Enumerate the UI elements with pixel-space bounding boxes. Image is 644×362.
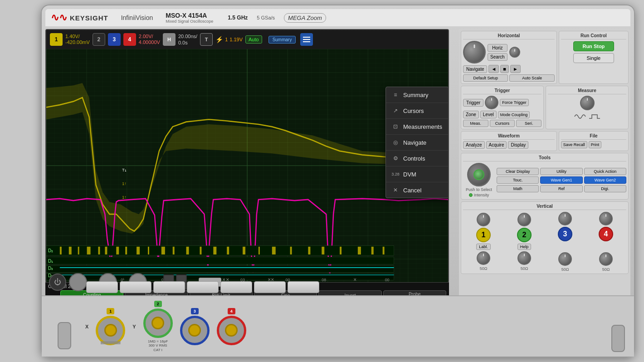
print-button[interactable]: Print (589, 141, 602, 148)
menu-item-summary-label: Summary (403, 92, 429, 98)
horizontal-time-knob[interactable] (463, 41, 486, 64)
ch2-resistance: 50Ω (521, 266, 528, 271)
zone-button[interactable]: Zone (463, 111, 479, 118)
help-button[interactable]: Help (517, 244, 532, 250)
menu-icon-btn[interactable] (300, 33, 313, 46)
meas-button[interactable]: Meas. (463, 120, 488, 127)
menu-item-navigate[interactable]: ◎ Navigate (386, 135, 449, 151)
ch3-bnc-inner (188, 324, 201, 337)
ch4-badge[interactable]: 4 (123, 33, 136, 46)
math-button[interactable]: Math (497, 185, 539, 192)
ch4-num-badge[interactable]: 4 (599, 227, 613, 241)
softkey-4[interactable] (187, 281, 219, 293)
horizontal-controls: Horiz Search (463, 41, 555, 64)
horiz-button[interactable]: Horiz (488, 44, 507, 52)
power-button[interactable]: ⏻ (49, 274, 66, 291)
utility-button[interactable]: Utility (540, 168, 582, 175)
bnc-small-1[interactable] (69, 273, 87, 291)
navigate-button[interactable]: Navigate (463, 65, 487, 73)
summary-button[interactable]: Summary (268, 36, 296, 44)
ch4-scale-knob[interactable] (599, 212, 613, 225)
softkey-3[interactable] (153, 281, 185, 293)
summary-btn-label[interactable]: Summary (268, 36, 296, 44)
ch-t-badge[interactable]: T (200, 33, 213, 46)
softkey-7[interactable] (288, 281, 319, 293)
ch2-num-badge[interactable]: 2 (517, 228, 532, 242)
push-to-select-label: Push to Select (466, 187, 492, 192)
select-knob[interactable] (467, 163, 491, 186)
quick-action-button[interactable]: Quick Action (584, 168, 626, 175)
nav-left-button[interactable]: ◄ (488, 65, 499, 73)
trigger-button[interactable]: Trigger (463, 99, 483, 107)
ch3-badge[interactable]: 3 (108, 33, 121, 46)
measure-section: Measure (546, 86, 629, 129)
ch1-badge[interactable]: 1 (50, 33, 63, 46)
wave-gen2-button[interactable]: Wave Gen2 (584, 176, 626, 184)
ch1-pos-knob[interactable] (477, 251, 490, 265)
acquire-button[interactable]: Acquire (486, 141, 507, 149)
menu-item-summary[interactable]: ≡ Summary (386, 87, 449, 103)
search-button[interactable]: Search (488, 53, 507, 61)
force-trigger-button[interactable]: Force Trigger (500, 99, 529, 106)
ch1-num-badge[interactable]: 1 (476, 228, 491, 242)
auto-scale-button[interactable]: Auto Scale (509, 74, 554, 82)
menu-item-measurements[interactable]: ⊡ Measurements (386, 119, 449, 135)
ch4-pos-knob[interactable] (599, 252, 613, 266)
default-setup-button[interactable]: Default Setup (463, 74, 508, 82)
ch3-pos-knob[interactable] (558, 252, 572, 266)
ch1-bnc[interactable]: ▓▓▓▓▓▓▓▓▓▓ (96, 316, 125, 345)
svg-rect-29 (200, 247, 201, 254)
labels-button[interactable]: Labl. (476, 244, 491, 250)
ch4-bnc[interactable] (217, 316, 246, 345)
save-recall-button[interactable]: Save Recall (561, 141, 587, 148)
trigger-level-knob[interactable] (485, 96, 498, 109)
digi-button[interactable]: Digi. (584, 185, 626, 192)
ch-h-badge[interactable]: H (163, 33, 176, 46)
cursors-button[interactable]: Cursors (490, 120, 515, 127)
ch4-offset: 4.00000V (139, 39, 160, 45)
wave-gen1-button[interactable]: Wave Gen1 (540, 176, 582, 184)
softkey-5[interactable] (220, 281, 252, 293)
display-button[interactable]: Display (508, 141, 528, 149)
ch3-scale-knob[interactable] (558, 212, 572, 225)
connector-area: X 1 ▓▓▓▓▓▓▓▓▓▓ Y 2 1MΩ = 16pF300 V RMSCA… (42, 295, 634, 357)
ch2-bnc[interactable] (143, 308, 173, 338)
file-section: File Save Recall Print (559, 131, 629, 151)
tools-buttons: Clear Display Utility Quick Action Touc.… (497, 168, 626, 192)
ref-button[interactable]: Ref (540, 185, 582, 192)
ch1-scale-knob[interactable] (477, 213, 490, 226)
mode-coupling-button[interactable]: Mode Coupling (498, 111, 530, 118)
touch-button[interactable]: Touc. (497, 176, 539, 184)
ch3-num-badge[interactable]: 3 (558, 227, 572, 241)
svg-rect-20 (98, 247, 100, 254)
single-button[interactable]: Single (573, 53, 614, 63)
menu-item-cursors[interactable]: ↗ Cursors (386, 103, 449, 119)
menu-item-controls[interactable]: ⚙ Controls (386, 151, 449, 166)
svg-rect-27 (173, 247, 175, 254)
measure-knob[interactable] (580, 96, 595, 110)
softkey-2[interactable] (120, 281, 151, 293)
run-stop-button[interactable]: Run Stop (573, 41, 614, 51)
softkey-6[interactable] (254, 281, 286, 293)
ch2-badge[interactable]: 2 (93, 33, 105, 46)
select-inner-knob[interactable] (473, 169, 484, 180)
level-button[interactable]: Level (480, 111, 497, 118)
ch2-scale-knob[interactable] (517, 213, 531, 226)
softkey-1[interactable] (86, 281, 118, 293)
svg-rect-9 (46, 257, 394, 264)
nav-right-button[interactable]: ► (510, 65, 521, 73)
ch2-pos-knob[interactable] (517, 251, 531, 265)
seri-button[interactable]: Seri. (516, 120, 542, 127)
svg-text:D₂: D₂ (48, 248, 53, 253)
menu-item-dvm[interactable]: 3.28 DVM (386, 166, 449, 182)
waveform-section: Waveform Analyze Acquire Display (461, 131, 557, 151)
trigger-row3: Meas. Cursors Seri. (463, 120, 542, 127)
ch3-bnc[interactable] (180, 316, 210, 345)
zoom-knob[interactable] (509, 47, 520, 58)
clear-display-button[interactable]: Clear Display (497, 168, 539, 175)
analyze-button[interactable]: Analyze (463, 141, 485, 149)
top-control-row: Horizontal Horiz Search Navigate ◄ ■ ► (461, 31, 629, 84)
ch4-voltage: 2.00V/ (139, 34, 160, 39)
nav-stop-button[interactable]: ■ (500, 65, 509, 73)
menu-item-cancel[interactable]: ✕ Cancel (386, 182, 449, 198)
